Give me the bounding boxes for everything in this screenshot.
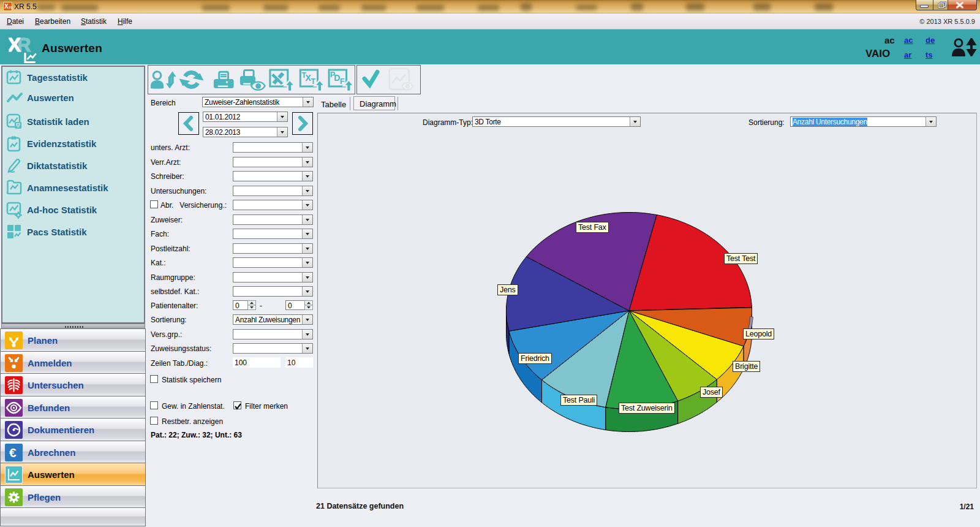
svg-text:D: D xyxy=(334,73,340,83)
svg-text:X: X xyxy=(9,34,21,56)
svg-text:€: € xyxy=(9,445,17,460)
